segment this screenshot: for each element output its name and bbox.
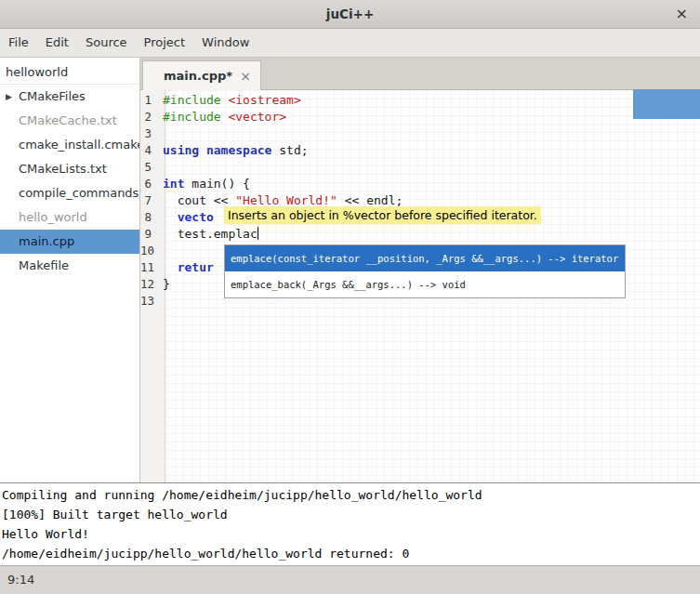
code-token — [163, 260, 178, 274]
code-token: using — [163, 143, 199, 157]
tree-item-cmake-install-cmake[interactable]: cmake_install.cmake — [0, 133, 139, 157]
code-text[interactable]: #include <vector> — [159, 109, 286, 125]
code-text[interactable] — [159, 159, 163, 176]
code-token: test.emplac — [163, 227, 258, 241]
code-text[interactable] — [159, 293, 163, 310]
code-text[interactable]: vecto — [159, 209, 214, 226]
editor-column: main.cpp* × 1#include <iostream>2#includ… — [140, 58, 700, 482]
code-token — [199, 143, 206, 157]
menu-file[interactable]: File — [0, 29, 37, 57]
output-line: [100%] Built target hello_world — [2, 505, 700, 524]
tree-item-cmakefiles[interactable]: ▶CMakeFiles — [0, 85, 139, 109]
tree-item-label: compile_commands.json — [19, 186, 139, 200]
code-token: } — [163, 277, 170, 291]
code-line: 4using namespace std; — [140, 142, 700, 159]
code-token: "Hello World!" — [235, 193, 337, 207]
tabbar: main.cpp* × — [140, 58, 700, 90]
tree-item-label: cmake_install.cmake — [19, 138, 139, 152]
line-number: 4 — [140, 142, 159, 159]
text-cursor — [258, 227, 258, 240]
tab-main-cpp[interactable]: main.cpp* × — [142, 60, 261, 90]
code-line: 6int main() { — [140, 176, 700, 192]
menu-window[interactable]: Window — [193, 29, 258, 57]
code-token: std; — [271, 143, 308, 157]
line-number: 9 — [140, 226, 159, 243]
tree-item-label: main.cpp — [19, 234, 74, 248]
tree-item-cmakecache-txt[interactable]: CMakeCache.txt — [0, 109, 139, 133]
line-number: 10 — [140, 243, 159, 259]
line-number: 5 — [140, 159, 159, 176]
tree-item-label: Makefile — [19, 258, 69, 272]
tree-item-label: CMakeCache.txt — [19, 113, 117, 127]
code-token: << endl; — [337, 193, 403, 207]
tree-item-label: hello_world — [19, 210, 87, 224]
code-text[interactable] — [159, 125, 163, 142]
tree-item-helloworld[interactable]: helloworld — [0, 60, 139, 85]
code-line: 2#include <vector> — [140, 109, 700, 125]
code-token: #include — [163, 93, 221, 107]
code-token: main() { — [184, 177, 249, 191]
code-token: namespace — [206, 143, 271, 157]
tree-item-compile-commands-json[interactable]: compile_commands.json — [0, 181, 139, 205]
window-title: juCi++ — [0, 0, 700, 28]
tab-label: main.cpp* — [164, 69, 240, 83]
output-line: Hello World! — [2, 524, 700, 544]
app-window: juCi++ × FileEditSourceProjectWindow hel… — [0, 0, 700, 594]
menu-project[interactable]: Project — [136, 29, 193, 57]
code-token: int — [163, 177, 184, 191]
line-number: 7 — [140, 192, 159, 209]
menu-edit[interactable]: Edit — [37, 29, 77, 57]
output-pane: Compiling and running /home/eidheim/juci… — [0, 482, 700, 565]
completion-item[interactable]: emplace(const_iterator __position, _Args… — [225, 245, 625, 271]
code-token — [163, 210, 178, 224]
tree-item-label: CMakeFiles — [19, 89, 86, 103]
line-number: 1 — [140, 92, 159, 109]
line-number: 13 — [140, 293, 159, 310]
line-number: 11 — [140, 259, 159, 276]
code-token: <vector> — [228, 110, 286, 124]
cursor-position: 9:14 — [7, 573, 34, 587]
menu-source[interactable]: Source — [77, 29, 136, 57]
close-icon[interactable]: × — [676, 0, 688, 28]
tree-item-makefile[interactable]: Makefile — [0, 254, 139, 278]
file-tree: helloworld▶CMakeFilesCMakeCache.txtcmake… — [0, 58, 140, 482]
code-text[interactable]: int main() { — [159, 176, 250, 192]
code-text[interactable]: } — [159, 276, 170, 293]
titlebar: juCi++ × — [0, 0, 700, 29]
code-text[interactable]: test.emplac — [159, 226, 258, 243]
statusbar: 9:14 — [0, 565, 700, 594]
main-area: helloworld▶CMakeFilesCMakeCache.txtcmake… — [0, 58, 700, 482]
tree-item-hello-world[interactable]: hello_world — [0, 205, 139, 230]
line-number: 8 — [140, 209, 159, 226]
code-text[interactable]: using namespace std; — [159, 142, 309, 159]
tree-item-main-cpp[interactable]: main.cpp — [0, 230, 139, 254]
tree-item-cmakelists-txt[interactable]: CMakeLists.txt — [0, 157, 139, 181]
code-text[interactable]: retur — [159, 259, 214, 276]
completion-popup: emplace(const_iterator __position, _Args… — [224, 244, 626, 298]
code-token: retur — [178, 260, 214, 274]
code-text[interactable] — [159, 243, 163, 259]
line-number: 2 — [140, 109, 159, 125]
tree-item-label: helloworld — [6, 65, 68, 79]
code-line: 9 test.emplac — [140, 226, 700, 243]
doc-tooltip: Inserts an object in %vector before spec… — [224, 206, 541, 224]
code-token: cout << — [163, 193, 235, 207]
line-number: 3 — [140, 125, 159, 142]
tree-item-label: CMakeLists.txt — [19, 162, 107, 176]
line-number: 6 — [140, 176, 159, 192]
tab-close-icon[interactable]: × — [240, 69, 251, 84]
menubar: FileEditSourceProjectWindow — [0, 29, 700, 58]
completion-item[interactable]: emplace_back(_Args &&__args...) --> void — [225, 271, 625, 297]
code-text[interactable]: #include <iostream> — [159, 92, 301, 109]
expander-icon[interactable]: ▶ — [6, 85, 12, 109]
output-line: Compiling and running /home/eidheim/juci… — [2, 485, 700, 505]
code-line: 1#include <iostream> — [140, 92, 700, 109]
code-token: vecto — [178, 210, 214, 224]
code-token: <iostream> — [228, 93, 300, 107]
scrollbar-thumb[interactable] — [633, 89, 700, 119]
code-line: 3 — [140, 125, 700, 142]
output-line: /home/eidheim/jucipp/hello_world/hello_w… — [2, 544, 700, 563]
line-number: 12 — [140, 276, 159, 293]
code-token: #include — [163, 110, 221, 124]
code-line: 5 — [140, 159, 700, 176]
